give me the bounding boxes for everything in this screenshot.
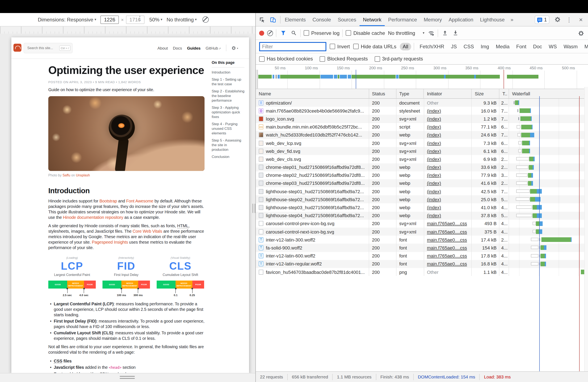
request-name-cell[interactable]: web_dev_fid.svg — [256, 147, 369, 155]
search-input[interactable] — [26, 46, 58, 50]
filter-pill-ws[interactable]: WS — [546, 43, 560, 50]
filter-pill-fetch-xhr[interactable]: Fetch/XHR — [417, 43, 447, 50]
issues-counter[interactable]: 1 — [535, 15, 549, 24]
filter-pill-img[interactable]: Img — [478, 43, 492, 50]
initiator-link[interactable]: (index) — [427, 165, 441, 170]
request-name-cell[interactable]: lighthouse-step01_hud27150869f16affbd9a7… — [256, 187, 369, 195]
initiator-link[interactable]: (index) — [427, 173, 441, 178]
settings-gear-icon[interactable] — [554, 16, 561, 23]
network-throttling-select[interactable]: No throttling▾ — [388, 30, 424, 36]
request-name-cell[interactable]: Tinter-v12-latin-300.woff2 — [256, 236, 369, 244]
inline-link[interactable]: Hinode documentation repository — [63, 215, 123, 220]
network-request-row[interactable]: carousel-control-next-icon-bg.svg200svg+… — [256, 228, 588, 236]
network-request-row[interactable]: {}main.f765ae08b8293ceeb4b0de56699e2fafc… — [256, 107, 588, 115]
initiator-link[interactable]: main.f765ae0....css — [427, 237, 467, 242]
network-request-row[interactable]: Tinter-v12-latin-300.woff2200fontmain.f7… — [256, 236, 588, 244]
initiator-link[interactable]: main.f765ae0....css — [427, 229, 467, 234]
request-name-cell[interactable]: chrome-step03_hud27150869f16affbd9a72df8… — [256, 179, 369, 187]
network-request-row[interactable]: lighthouse-step03_hud27150869f16affbd9a7… — [256, 204, 588, 212]
width-input[interactable] — [100, 15, 119, 24]
request-name-cell[interactable]: favicon_hu546703baadbac0de87b2f81dc4001.… — [256, 268, 369, 276]
network-request-row[interactable]: <>main.bundle.min.min.e0626dbf59b5c25f72… — [256, 123, 588, 131]
tab-lighthouse[interactable]: Lighthouse — [477, 13, 508, 26]
filter-pill-manifest[interactable]: Manifest — [582, 43, 588, 50]
request-name-cell[interactable]: {}main.f765ae08b8293ceeb4b0de56699e2fafc… — [256, 107, 369, 115]
devtools-kebab-icon[interactable]: ⋮ — [565, 16, 573, 23]
inline-link[interactable]: Bootstrap — [99, 199, 117, 203]
column-header-name[interactable]: Name — [256, 89, 369, 98]
clear-icon[interactable] — [267, 30, 273, 36]
has-blocked-cookies-checkbox[interactable]: Has blocked cookies — [259, 56, 313, 62]
request-name-cell[interactable]: lighthouse-step04_hud27150869f16affbd9a7… — [256, 212, 369, 219]
request-name-cell[interactable]: chrome-step02_hud27150869f16affbd9a72df8… — [256, 171, 369, 179]
inspect-element-icon[interactable] — [258, 16, 266, 23]
network-request-row[interactable]: web_dev_cls.svg200svg+xml(index)6.9 kB2.… — [256, 155, 588, 163]
filter-input[interactable] — [259, 42, 326, 51]
network-request-row[interactable]: web_dev_lcp.svg200svg+xml(index)7.3 kB6.… — [256, 139, 588, 147]
inline-link[interactable]: Core Web Vitals — [133, 229, 162, 233]
toc-link[interactable]: Step 2 - Establishing the baseline perfo… — [212, 89, 244, 103]
network-settings-gear-icon[interactable] — [577, 29, 585, 37]
export-har-icon[interactable] — [452, 29, 459, 37]
network-request-row[interactable]: optimization/200documentOther9.3 kB2... — [256, 99, 588, 107]
invert-checkbox[interactable]: Invert — [330, 43, 350, 49]
site-search[interactable]: Ctrl + / — [23, 43, 73, 53]
initiator-link[interactable]: (index) — [427, 132, 441, 138]
network-request-row[interactable]: Tfa-solid-900.woff2200fontmain.f765ae0..… — [256, 244, 588, 252]
initiator-link[interactable]: main.f765ae0....css — [427, 245, 467, 250]
network-request-row[interactable]: chrome-step01_hud27150869f16affbd9a72df8… — [256, 163, 588, 171]
device-more-options-icon[interactable]: ⋮ — [137, 15, 143, 21]
theme-gear-icon[interactable]: ▾ — [231, 45, 238, 50]
filter-pill-js[interactable]: JS — [448, 43, 460, 50]
column-header-type[interactable]: Type — [396, 89, 424, 98]
initiator-link[interactable]: (index) — [427, 181, 441, 186]
initiator-link[interactable]: (index) — [427, 149, 441, 153]
column-header-t[interactable]: T.. — [500, 89, 509, 98]
filter-pill-media[interactable]: Media — [493, 43, 512, 50]
initiator-link[interactable]: (index) — [427, 141, 441, 146]
request-name-cell[interactable]: Tinter-v12-latin-600.woff2 — [256, 252, 369, 260]
filter-pill-wasm[interactable]: Wasm — [561, 43, 581, 50]
initiator-link[interactable]: main.f765ae0....css — [427, 261, 467, 267]
tab-sources[interactable]: Sources — [334, 13, 359, 26]
request-name-cell[interactable]: web_dev_cls.svg — [256, 155, 369, 163]
network-request-row[interactable]: Tinter-v12-latin-600.woff2200fontmain.f7… — [256, 252, 588, 260]
import-har-icon[interactable] — [441, 29, 449, 37]
tab-performance[interactable]: Performance — [385, 13, 420, 26]
tab-memory[interactable]: Memory — [420, 13, 445, 26]
network-request-row[interactable]: favicon_hu546703baadbac0de87b2f81dc4001.… — [256, 268, 588, 276]
filter-funnel-icon[interactable] — [279, 29, 287, 37]
toggle-device-toolbar-icon[interactable] — [269, 16, 277, 23]
request-name-cell[interactable]: <>main.bundle.min.min.e0626dbf59b5c25f72… — [256, 123, 369, 131]
request-name-cell[interactable]: Tinter-v12-latin-regular.woff2 — [256, 260, 369, 268]
tab-network[interactable]: Network — [359, 13, 385, 26]
network-request-row[interactable]: lighthouse-step02_hud27150869f16affbd9a7… — [256, 195, 588, 204]
nav-item-docs[interactable]: Docs — [173, 45, 182, 50]
site-logo-icon[interactable] — [13, 44, 21, 52]
request-name-cell[interactable]: carousel-control-next-icon-bg.svg — [256, 228, 369, 236]
network-request-row[interactable]: chrome-step03_hud27150869f16affbd9a72df8… — [256, 179, 588, 187]
initiator-link[interactable]: (index) — [427, 189, 441, 194]
column-header-waterfall[interactable]: Waterfall — [509, 89, 588, 98]
initiator-link[interactable]: (index) — [427, 157, 441, 162]
bottom-resize-bar[interactable] — [0, 373, 255, 382]
request-name-cell[interactable]: lighthouse-step02_hud27150869f16affbd9a7… — [256, 195, 369, 204]
disable-cache-checkbox[interactable]: Disable cache — [346, 30, 385, 36]
network-request-row[interactable]: watch_hu25d333fcded103db2f52f7476cb142..… — [256, 131, 588, 139]
scrollbar[interactable] — [584, 87, 588, 372]
request-name-cell[interactable]: web_dev_lcp.svg — [256, 139, 369, 147]
pane-resize-handle[interactable] — [252, 204, 255, 213]
hide-data-urls-checkbox[interactable]: Hide data URLs — [353, 43, 396, 49]
initiator-link[interactable]: main.f765ae0....css — [427, 253, 467, 258]
request-name-cell[interactable]: carousel-control-prev-icon-bg.svg — [256, 220, 369, 228]
nav-item-about[interactable]: About — [158, 45, 168, 50]
column-header-status[interactable]: Status — [369, 89, 396, 98]
network-request-row[interactable]: carousel-control-prev-icon-bg.svg200svg+… — [256, 220, 588, 228]
nav-item-guides[interactable]: Guides — [187, 45, 201, 50]
initiator-link[interactable]: (index) — [427, 108, 441, 113]
network-conditions-icon[interactable] — [427, 29, 435, 37]
search-icon[interactable] — [290, 29, 297, 37]
toc-link[interactable]: Step 5 - Assessing the site in productio… — [212, 138, 244, 152]
request-name-cell[interactable]: watch_hu25d333fcded103db2f52f7476cb142..… — [256, 131, 369, 139]
initiator-link[interactable]: (index) — [427, 213, 441, 218]
